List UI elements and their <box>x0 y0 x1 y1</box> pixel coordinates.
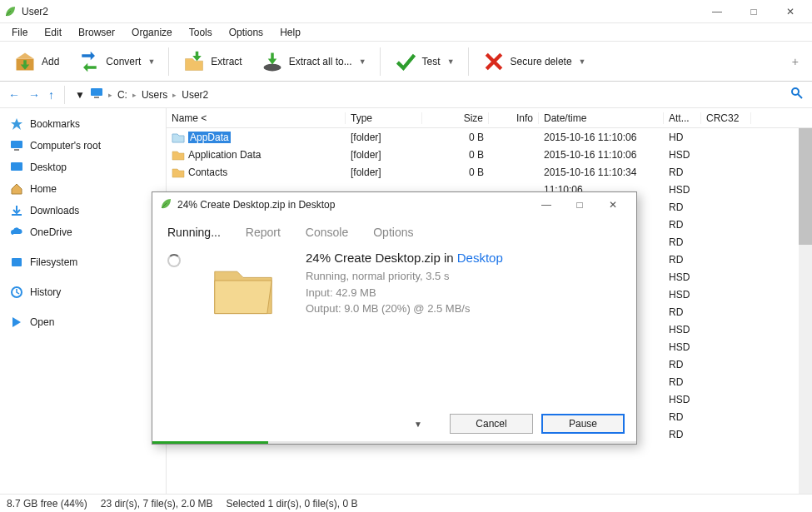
test-button[interactable]: Test ▼ <box>389 48 460 75</box>
extract-all-icon <box>261 50 284 73</box>
breadcrumb[interactable]: ▼ ▸ C: ▸ Users ▸ User2 <box>75 87 784 102</box>
svg-point-0 <box>263 63 281 71</box>
sidebar: Bookmarks Computer's root Desktop Home D… <box>0 108 167 494</box>
menu-organize[interactable]: Organize <box>125 25 179 40</box>
col-info[interactable]: Info <box>489 112 539 124</box>
col-crc[interactable]: CRC32 <box>701 112 751 124</box>
minimize-button[interactable]: — <box>699 0 735 23</box>
extract-button[interactable]: Extract <box>177 48 247 75</box>
col-name[interactable]: Name < <box>167 112 346 124</box>
big-folder-icon <box>206 251 281 403</box>
close-button[interactable]: ✕ <box>772 0 809 23</box>
table-row[interactable]: Application Data[folder]0 B2015-10-16 11… <box>167 146 812 163</box>
search-icon[interactable] <box>790 87 804 102</box>
extract-all-button[interactable]: Extract all to... ▼ <box>256 48 371 75</box>
sidebar-bookmarks[interactable]: Bookmarks <box>0 113 166 135</box>
titlebar: User2 — □ ✕ <box>0 0 812 23</box>
dialog-titlebar: 24% Create Desktop.zip in Desktop — □ ✕ <box>152 192 636 217</box>
dialog-maximize-button[interactable]: □ <box>563 193 596 216</box>
sidebar-onedrive[interactable]: OneDrive <box>0 221 166 243</box>
menu-edit[interactable]: Edit <box>37 25 68 40</box>
chevron-down-icon: ▼ <box>447 57 455 66</box>
dialog-headline: 24% Create Desktop.zip in Desktop <box>306 251 503 265</box>
dialog-footer: ▼ Cancel Pause <box>152 406 636 441</box>
svg-line-4 <box>798 94 802 98</box>
add-label: Add <box>42 56 59 67</box>
toolbar-overflow-button[interactable]: + <box>792 55 804 68</box>
add-button[interactable]: Add <box>8 48 64 75</box>
crumb-c[interactable]: C: <box>117 89 127 101</box>
star-icon <box>10 117 23 131</box>
extract-all-label: Extract all to... <box>289 56 352 67</box>
convert-icon <box>77 50 101 73</box>
dialog-info: 24% Create Desktop.zip in Desktop Runnin… <box>306 251 503 403</box>
svg-rect-1 <box>91 88 102 96</box>
check-icon <box>394 50 417 73</box>
headline-link[interactable]: Desktop <box>457 251 503 265</box>
dialog-minimize-button[interactable]: — <box>530 193 563 216</box>
tab-options[interactable]: Options <box>373 226 413 239</box>
chevron-down-icon: ▼ <box>579 57 586 66</box>
tab-console[interactable]: Console <box>306 226 348 239</box>
table-row[interactable]: AppData[folder]0 B2015-10-16 11:10:06HD <box>167 128 812 146</box>
sidebar-home[interactable]: Home <box>0 178 166 200</box>
tab-report[interactable]: Report <box>246 226 281 239</box>
svg-rect-6 <box>11 141 22 148</box>
convert-button[interactable]: Convert ▼ <box>72 48 160 75</box>
maximize-button[interactable]: □ <box>735 0 772 23</box>
nav-separator <box>64 86 65 104</box>
menu-options[interactable]: Options <box>222 25 270 40</box>
sidebar-item-label: Bookmarks <box>30 118 80 130</box>
extract-label: Extract <box>211 56 242 67</box>
nav-back-button[interactable]: ← <box>8 88 20 102</box>
vertical-scrollbar[interactable] <box>799 128 812 494</box>
status-free: 8.7 GB free (44%) <box>7 498 87 510</box>
headline-text: 24% Create Desktop.zip in <box>306 251 457 265</box>
sidebar-open[interactable]: Open <box>0 311 166 333</box>
cloud-icon <box>10 226 23 239</box>
toolbar: Add Convert ▼ Extract Extract all to... … <box>0 42 812 82</box>
sidebar-history[interactable]: History <box>0 281 166 303</box>
nav-up-button[interactable]: ↑ <box>48 88 54 102</box>
sidebar-desktop[interactable]: Desktop <box>0 157 166 178</box>
sidebar-filesystem[interactable]: Filesystem <box>0 251 166 273</box>
cancel-button[interactable]: Cancel <box>450 414 533 434</box>
col-type[interactable]: Type <box>346 112 422 124</box>
col-date[interactable]: Date/time <box>539 112 664 124</box>
menu-tools[interactable]: Tools <box>182 25 219 40</box>
menu-browser[interactable]: Browser <box>72 25 122 40</box>
menu-file[interactable]: File <box>5 25 34 40</box>
nav-forward-button[interactable]: → <box>28 88 40 102</box>
file-name: AppData <box>188 132 231 143</box>
pause-button[interactable]: Pause <box>541 414 625 434</box>
toolbar-separator <box>380 47 381 76</box>
navbar: ← → ↑ ▼ ▸ C: ▸ Users ▸ User2 <box>0 82 812 108</box>
desktop-icon <box>10 161 23 174</box>
secure-delete-button[interactable]: Secure delete ▼ <box>477 48 591 75</box>
crumb-user2[interactable]: User2 <box>182 89 208 101</box>
sidebar-item-label: Filesystem <box>30 256 77 268</box>
table-row[interactable]: Contacts[folder]0 B2015-10-16 11:10:34RD <box>167 163 812 181</box>
col-att[interactable]: Att... <box>664 112 701 124</box>
secure-delete-label: Secure delete <box>511 56 572 67</box>
sidebar-downloads[interactable]: Downloads <box>0 200 166 221</box>
dialog-close-button[interactable]: ✕ <box>596 193 630 216</box>
column-headers[interactable]: Name < Type Size Info Date/time Att... C… <box>167 108 812 128</box>
spinner-icon <box>167 251 181 403</box>
status-selected: Selected 1 dir(s), 0 file(s), 0 B <box>226 498 357 510</box>
menu-help[interactable]: Help <box>273 25 307 40</box>
chevron-down-icon[interactable]: ▼ <box>414 420 422 429</box>
svg-rect-9 <box>12 214 22 216</box>
crumb-users[interactable]: Users <box>142 89 167 101</box>
tab-running[interactable]: Running... <box>167 226 221 239</box>
menubar: File Edit Browser Organize Tools Options… <box>0 23 812 42</box>
col-size[interactable]: Size <box>422 112 489 124</box>
chevron-down-icon[interactable]: ▼ <box>75 89 85 101</box>
sidebar-item-label: Desktop <box>30 162 67 173</box>
sidebar-computers-root[interactable]: Computer's root <box>0 135 166 157</box>
download-icon <box>10 204 23 217</box>
file-name: Contacts <box>188 167 227 178</box>
chevron-down-icon: ▼ <box>147 57 155 66</box>
pause-label: Pause <box>569 418 597 430</box>
dialog-sub3: Output: 9.0 MB (20%) @ 2.5 MB/s <box>306 301 503 317</box>
